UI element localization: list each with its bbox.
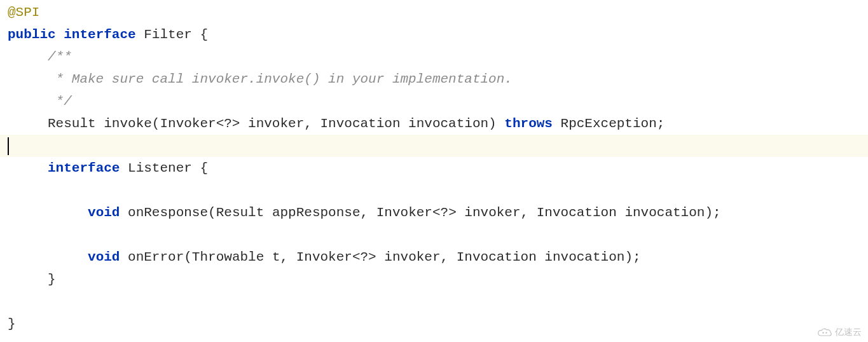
code-line[interactable] (8, 224, 868, 246)
code-token-kw: throws (504, 116, 553, 131)
code-token-ident (8, 161, 48, 175)
svg-point-0 (822, 332, 823, 333)
code-token-ident: RpcException; (553, 116, 665, 131)
code-line[interactable]: Result invoke(Invoker<?> invoker, Invoca… (8, 113, 868, 135)
svg-point-1 (825, 332, 827, 333)
code-token-kw: interface (64, 27, 135, 42)
code-token-ident: onResponse(Result appResponse, Invoker<?… (120, 205, 720, 220)
code-token-ident: } (8, 317, 16, 331)
code-line[interactable]: void onError(Throwable t, Invoker<?> inv… (8, 246, 868, 268)
code-token-ident: Listener { (120, 161, 208, 175)
text-caret (8, 137, 9, 155)
code-token-ident: Filter { (136, 27, 208, 42)
cloud-icon (817, 327, 832, 338)
code-line[interactable] (8, 179, 868, 202)
watermark-text: 亿速云 (835, 327, 862, 338)
code-token-annotation: @SPI (8, 5, 39, 20)
watermark: 亿速云 (817, 327, 862, 338)
code-editor[interactable]: @SPIpublic interface Filter { /** * Make… (0, 0, 868, 342)
code-line[interactable]: interface Listener { (8, 157, 868, 179)
code-token-ident: Result invoke(Invoker<?> invoker, Invoca… (8, 116, 504, 131)
code-token-ident (56, 27, 64, 42)
code-line[interactable]: } (8, 268, 868, 291)
code-line[interactable]: } (8, 313, 868, 335)
code-token-kw: interface (48, 161, 120, 175)
code-line[interactable]: public interface Filter { (8, 24, 868, 46)
code-token-comment: * Make sure call invoker.invoke() in you… (8, 72, 513, 86)
code-token-ident (8, 250, 88, 264)
code-token-ident: onError(Throwable t, Invoker<?> invoker,… (120, 250, 640, 264)
code-token-kw: void (88, 250, 120, 264)
code-line[interactable]: */ (8, 90, 868, 113)
code-token-ident (8, 205, 88, 220)
code-line[interactable]: /** (8, 46, 868, 68)
code-line[interactable]: void onResponse(Result appResponse, Invo… (8, 202, 868, 224)
code-token-ident: } (8, 272, 56, 287)
code-line[interactable]: * Make sure call invoker.invoke() in you… (8, 68, 868, 90)
code-token-comment: */ (8, 94, 72, 109)
code-line[interactable]: @SPI (8, 1, 868, 24)
code-token-kw: void (88, 205, 120, 220)
code-line[interactable] (8, 291, 868, 313)
code-token-kw: public (8, 27, 56, 42)
code-line[interactable] (0, 135, 868, 157)
code-token-comment: /** (8, 50, 72, 64)
